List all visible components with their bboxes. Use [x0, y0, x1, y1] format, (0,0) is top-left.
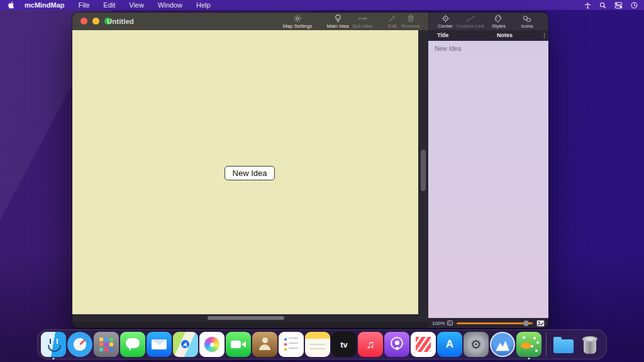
column-header-notes[interactable]: Notes — [497, 30, 513, 41]
center-button[interactable]: Center — [438, 14, 453, 29]
dock-podcasts-icon[interactable] — [384, 332, 409, 357]
lightbulb-icon — [334, 14, 341, 23]
icons-button[interactable]: Icons — [521, 14, 533, 29]
mindmap-root-node[interactable]: New Idea — [225, 166, 275, 180]
dock-appstore-icon[interactable]: A — [437, 332, 462, 357]
running-indicator — [53, 358, 55, 359]
clock-icon[interactable] — [631, 2, 638, 9]
dock-music-icon[interactable]: ♫ — [358, 332, 383, 357]
shapes-icon — [523, 14, 532, 23]
zoom-in-image-icon[interactable] — [536, 320, 545, 327]
outline-list[interactable]: New Idea — [428, 41, 548, 318]
dock-notes-icon[interactable] — [305, 332, 330, 357]
main-idea-label: Main Idea — [326, 23, 348, 29]
dock-mail-icon[interactable] — [147, 332, 172, 357]
dock-appletv-icon[interactable]: tv — [331, 332, 357, 357]
palette-icon — [494, 14, 502, 23]
menu-bar: mcMindMap File Edit View Window Help — [0, 0, 644, 10]
menu-window[interactable]: Window — [158, 1, 182, 9]
menu-status-area — [584, 2, 638, 9]
close-button[interactable] — [80, 18, 87, 25]
sidebar-zoom-bar: 100% — [428, 318, 548, 328]
zoom-slider-knob[interactable] — [523, 321, 529, 326]
custom-link-label: Custom Link — [457, 23, 484, 29]
column-divider[interactable] — [544, 33, 545, 38]
dock-peaks-app-icon[interactable] — [490, 332, 515, 357]
gear-glyph: ⚙ — [470, 337, 482, 352]
sidebar-toolbar: Center Custom Link Styles Icons — [428, 13, 548, 30]
menu-app-name[interactable]: mcMindMap — [25, 1, 65, 9]
appstore-glyph: A — [446, 338, 453, 351]
tv-glyph: tv — [340, 340, 348, 349]
dock-facetime-icon[interactable] — [226, 332, 251, 357]
styles-button[interactable]: Styles — [492, 14, 506, 29]
dock-contacts-icon[interactable] — [252, 332, 277, 357]
outline-sidebar: Title Notes New Idea 100% — [428, 30, 548, 328]
column-header-title[interactable]: Title — [437, 30, 448, 41]
sub-node-icon — [358, 14, 367, 23]
dock-system-preferences-icon[interactable]: ⚙ — [464, 332, 489, 357]
desktop-wallpaper: mcMindMap File Edit View Window Help — [0, 0, 644, 362]
dock: tv ♫ A ⚙ — [37, 329, 607, 359]
app-window: Untitled Map Settings Main Idea Sub Idea — [72, 13, 548, 328]
shortcut-icon[interactable] — [584, 2, 591, 9]
edit-button[interactable]: Edit — [388, 14, 397, 29]
dock-maps-icon[interactable] — [173, 332, 198, 357]
center-label: Center — [438, 23, 453, 29]
running-indicator — [528, 358, 530, 359]
dock-reminders-icon[interactable] — [279, 332, 304, 357]
menu-help[interactable]: Help — [196, 1, 211, 9]
icons-label: Icons — [521, 23, 533, 29]
map-settings-label: Map Settings — [283, 23, 313, 29]
vertical-scrollbar-thumb[interactable] — [421, 150, 426, 191]
dock-divider — [546, 332, 547, 356]
apple-menu-icon[interactable] — [8, 1, 15, 9]
target-icon — [441, 14, 449, 23]
styles-label: Styles — [492, 23, 506, 29]
map-settings-button[interactable]: Map Settings — [283, 14, 313, 29]
control-center-icon[interactable] — [614, 2, 623, 9]
zoom-out-image-icon[interactable] — [447, 321, 453, 326]
pencil-icon — [388, 14, 396, 23]
dock-mcmindmap-icon[interactable] — [516, 332, 541, 357]
dock-trash-icon[interactable] — [577, 332, 602, 357]
dock-safari-icon[interactable] — [67, 332, 92, 357]
menu-file[interactable]: File — [79, 1, 90, 9]
spotlight-search-icon[interactable] — [599, 2, 606, 9]
minimize-button[interactable] — [92, 18, 99, 25]
music-note-glyph: ♫ — [366, 338, 375, 351]
dock-downloads-folder-icon[interactable] — [551, 332, 576, 357]
sidebar-header: Title Notes — [428, 30, 548, 41]
sub-idea-button[interactable]: Sub Idea — [352, 14, 372, 29]
window-bottom-edge — [72, 322, 428, 328]
mindmap-canvas[interactable]: New Idea — [72, 30, 418, 314]
vertical-scrollbar[interactable] — [418, 30, 428, 314]
gear-icon — [293, 14, 301, 23]
dock-messages-icon[interactable] — [120, 332, 145, 357]
curve-link-icon — [466, 14, 475, 23]
dock-photos-icon[interactable] — [199, 332, 225, 357]
outline-row-new-idea[interactable]: New Idea — [428, 41, 548, 52]
titlebar-toolbar: Untitled Map Settings Main Idea Sub Idea — [72, 13, 428, 30]
dock-news-icon[interactable] — [411, 332, 436, 357]
window-title: Untitled — [107, 13, 134, 30]
horizontal-scrollbar[interactable] — [72, 314, 428, 322]
custom-link-button[interactable]: Custom Link — [457, 14, 484, 29]
dock-finder-icon[interactable] — [41, 332, 66, 357]
sub-idea-label: Sub Idea — [352, 23, 372, 29]
menu-edit[interactable]: Edit — [103, 1, 115, 9]
trash-icon — [407, 14, 414, 23]
remove-button[interactable]: Remove — [401, 14, 420, 29]
edit-label: Edit — [388, 23, 397, 29]
remove-label: Remove — [401, 23, 420, 29]
main-idea-button[interactable]: Main Idea — [326, 14, 348, 29]
dock-launchpad-icon[interactable] — [94, 332, 119, 357]
zoom-slider[interactable] — [457, 322, 533, 324]
menu-view[interactable]: View — [129, 1, 144, 9]
horizontal-scrollbar-thumb[interactable] — [208, 316, 284, 320]
zoom-level-label: 100% — [432, 321, 445, 326]
